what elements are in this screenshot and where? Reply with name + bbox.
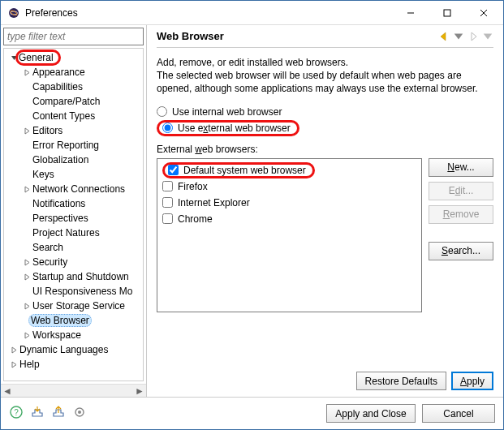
chevron-right-icon[interactable] bbox=[22, 330, 32, 340]
back-icon[interactable] bbox=[438, 31, 450, 42]
browser-item[interactable]: Internet Explorer bbox=[162, 195, 416, 211]
tree-item-label: Help bbox=[19, 359, 40, 370]
main-panel: Web Browser Add, remove, or edit install… bbox=[147, 25, 503, 397]
svg-point-10 bbox=[78, 411, 81, 414]
maximize-button[interactable] bbox=[429, 2, 465, 24]
radio-external-label: Use external web browser bbox=[178, 123, 291, 134]
tree-item[interactable]: Dynamic Languages bbox=[4, 342, 143, 357]
apply-and-close-button[interactable]: Apply and Close bbox=[326, 404, 416, 423]
browser-label: Firefox bbox=[178, 181, 208, 192]
search-button[interactable]: Search... bbox=[429, 242, 493, 260]
filter-input[interactable] bbox=[3, 28, 144, 45]
chevron-right-icon[interactable] bbox=[22, 301, 32, 311]
tree-item[interactable]: Appearance bbox=[4, 65, 143, 80]
svg-text:?: ? bbox=[14, 408, 19, 417]
chevron-right-icon[interactable] bbox=[22, 184, 32, 194]
preferences-window: Preferences GeneralAppearanceCapabilitie… bbox=[0, 0, 504, 430]
tree-item-label: Globalization bbox=[32, 154, 88, 166]
browser-checkbox[interactable] bbox=[168, 165, 179, 175]
close-button[interactable] bbox=[465, 2, 502, 24]
radio-internal[interactable]: Use internal web browser bbox=[157, 106, 493, 118]
browsers-listbox[interactable]: Default system web browserFirefoxInterne… bbox=[157, 158, 422, 312]
tree-item[interactable]: Error Reporting bbox=[4, 138, 143, 153]
apply-button[interactable]: Apply bbox=[451, 372, 493, 390]
chevron-right-icon[interactable] bbox=[9, 345, 19, 355]
help-icon[interactable]: ? bbox=[9, 405, 24, 422]
chevron-right-icon[interactable] bbox=[9, 359, 19, 369]
chevron-right-icon[interactable] bbox=[22, 126, 32, 135]
tree-item[interactable]: Help bbox=[4, 357, 143, 372]
chevron-right-icon bbox=[22, 140, 32, 150]
radio-internal-label: Use internal web browser bbox=[172, 106, 282, 118]
tree-item[interactable]: General bbox=[4, 50, 143, 65]
tree-item[interactable]: Keys bbox=[4, 167, 143, 182]
restore-defaults-button[interactable]: Restore Defaults bbox=[356, 372, 446, 390]
tree-item-label: Workspace bbox=[32, 329, 81, 341]
preferences-tree[interactable]: GeneralAppearanceCapabilitiesCompare/Pat… bbox=[4, 49, 143, 381]
tree-item[interactable]: Compare/Patch bbox=[4, 94, 143, 109]
chevron-right-icon[interactable] bbox=[22, 272, 32, 282]
new-button[interactable]: New... bbox=[429, 158, 493, 177]
radio-external-input[interactable] bbox=[162, 123, 173, 133]
tree-item-label: Error Reporting bbox=[32, 140, 99, 151]
browser-checkbox[interactable] bbox=[162, 213, 173, 224]
external-browsers-label: External web browsers: bbox=[157, 144, 493, 155]
cancel-button[interactable]: Cancel bbox=[422, 404, 495, 423]
tree-item-label: Project Natures bbox=[32, 227, 100, 239]
tree-item[interactable]: Workspace bbox=[4, 328, 143, 342]
svg-rect-4 bbox=[444, 10, 450, 16]
minimize-button[interactable] bbox=[392, 2, 429, 24]
browser-item[interactable]: Default system web browser bbox=[162, 162, 416, 178]
tree-item-label: Editors bbox=[32, 125, 62, 136]
tree-item-label: Capabilities bbox=[32, 81, 83, 92]
edit-button[interactable]: Edit... bbox=[429, 182, 493, 200]
tree-item[interactable]: Web Browser bbox=[4, 313, 143, 328]
radio-external[interactable]: Use external web browser bbox=[157, 120, 493, 136]
tree-item[interactable]: Content Types bbox=[4, 109, 143, 123]
tree-item-label: Appearance bbox=[32, 67, 85, 78]
tree-item[interactable]: User Storage Service bbox=[4, 299, 143, 313]
forward-icon[interactable] bbox=[467, 31, 479, 42]
chevron-right-icon bbox=[22, 97, 32, 106]
tree-item[interactable]: Security bbox=[4, 255, 143, 269]
tree-item[interactable]: Search bbox=[4, 240, 143, 255]
browser-label: Default system web browser bbox=[183, 165, 306, 176]
tree-item[interactable]: Capabilities bbox=[4, 80, 143, 94]
scroll-right-arrow[interactable]: ► bbox=[133, 385, 146, 398]
back-menu-icon[interactable] bbox=[453, 31, 464, 42]
tree-item[interactable]: Project Natures bbox=[4, 226, 143, 240]
tree-item-label: Network Connections bbox=[32, 183, 125, 195]
tree-item[interactable]: UI Responsiveness Mo bbox=[4, 284, 143, 299]
chevron-right-icon bbox=[22, 286, 32, 296]
chevron-right-icon bbox=[22, 213, 32, 223]
browser-item[interactable]: Chrome bbox=[162, 211, 416, 227]
eclipse-icon bbox=[7, 6, 20, 19]
horizontal-scrollbar[interactable]: ◄ ► bbox=[1, 384, 146, 397]
chevron-right-icon bbox=[22, 82, 32, 92]
tree-item[interactable]: Notifications bbox=[4, 196, 143, 211]
tree-item-label: Dynamic Languages bbox=[19, 344, 108, 355]
tree-item[interactable]: Editors bbox=[4, 123, 143, 138]
radio-internal-input[interactable] bbox=[157, 106, 167, 117]
tree-item[interactable]: Startup and Shutdown bbox=[4, 269, 143, 284]
remove-button[interactable]: Remove bbox=[429, 205, 493, 224]
browser-checkbox[interactable] bbox=[162, 181, 173, 191]
scroll-left-arrow[interactable]: ◄ bbox=[1, 385, 14, 398]
browser-checkbox[interactable] bbox=[162, 197, 173, 208]
oomph-icon[interactable] bbox=[72, 405, 87, 422]
chevron-right-icon[interactable] bbox=[22, 67, 32, 77]
browser-item[interactable]: Firefox bbox=[162, 178, 416, 195]
export-icon[interactable] bbox=[51, 405, 66, 422]
title-bar: Preferences bbox=[1, 1, 503, 25]
tree-item-label: Compare/Patch bbox=[32, 96, 100, 107]
tree-item[interactable]: Globalization bbox=[4, 153, 143, 167]
tree-item[interactable]: Network Connections bbox=[4, 182, 143, 196]
bottom-bar: ? Apply and Close Cancel bbox=[1, 397, 503, 429]
chevron-right-icon[interactable] bbox=[22, 257, 32, 267]
window-title: Preferences bbox=[25, 7, 392, 19]
page-title: Web Browser bbox=[157, 30, 438, 42]
import-icon[interactable] bbox=[30, 405, 45, 422]
forward-menu-icon[interactable] bbox=[482, 31, 493, 42]
tree-item[interactable]: Perspectives bbox=[4, 211, 143, 226]
browser-label: Chrome bbox=[178, 213, 213, 225]
